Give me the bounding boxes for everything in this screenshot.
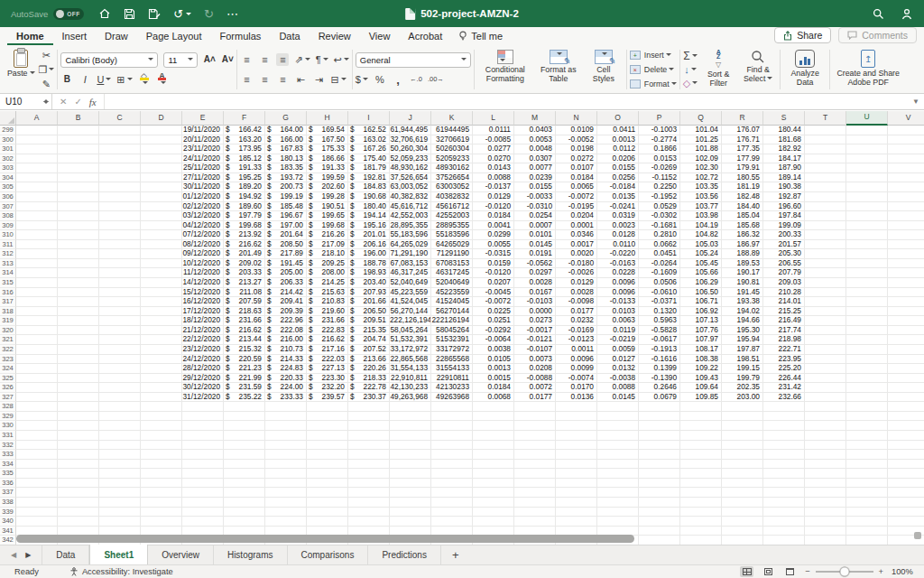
cell-K321[interactable]: 51532391 bbox=[431, 335, 473, 345]
save-as-icon[interactable] bbox=[148, 8, 161, 20]
cell-P305[interactable]: 0.2250 bbox=[639, 182, 680, 192]
cell-E316[interactable]: 15/12/2020 bbox=[182, 288, 224, 298]
cell-T303[interactable] bbox=[805, 163, 846, 173]
cell-C307[interactable] bbox=[99, 202, 141, 212]
cell-M322[interactable]: -0.0107 bbox=[514, 345, 556, 355]
cell-N314[interactable]: -0.0026 bbox=[556, 268, 597, 278]
cell-U310[interactable] bbox=[846, 230, 888, 240]
row-header-327[interactable]: 327 bbox=[0, 393, 16, 403]
cell-M329[interactable] bbox=[514, 412, 556, 422]
cell-M318[interactable]: 0.0000 bbox=[514, 307, 556, 317]
column-header-F[interactable]: F bbox=[224, 111, 265, 126]
cell-K330[interactable] bbox=[431, 421, 473, 431]
cell-Q328[interactable] bbox=[680, 402, 722, 412]
cell-D303[interactable] bbox=[141, 163, 182, 173]
cell-C310[interactable] bbox=[99, 230, 141, 240]
cell-R310[interactable]: 186.32 bbox=[722, 230, 763, 240]
cell-J307[interactable]: 45,616,712 bbox=[390, 202, 431, 212]
cell-H324[interactable]: $227.13 bbox=[307, 364, 348, 374]
column-header-T[interactable]: T bbox=[805, 111, 846, 126]
cell-M339[interactable] bbox=[514, 508, 556, 517]
select-all-corner[interactable] bbox=[0, 111, 16, 126]
cell-H320[interactable]: $222.83 bbox=[307, 326, 348, 336]
cell-N307[interactable]: -0.0195 bbox=[556, 202, 597, 212]
cell-H332[interactable] bbox=[307, 441, 348, 451]
cell-U313[interactable] bbox=[846, 259, 888, 269]
row-header-342[interactable]: 342 bbox=[0, 536, 16, 545]
cell-R335[interactable] bbox=[722, 469, 763, 479]
cell-O317[interactable]: -0.0133 bbox=[597, 297, 639, 307]
cell-P323[interactable]: -0.1616 bbox=[639, 355, 680, 365]
column-header-U[interactable]: U bbox=[846, 111, 888, 126]
cell-R322[interactable]: 197.87 bbox=[722, 345, 763, 355]
cell-B312[interactable] bbox=[58, 249, 99, 259]
cell-H309[interactable]: $199.68 bbox=[307, 221, 348, 231]
percent-style-button[interactable]: % bbox=[374, 73, 386, 86]
cell-H301[interactable]: $175.33 bbox=[307, 144, 348, 154]
cell-E338[interactable] bbox=[182, 498, 224, 508]
enter-icon[interactable]: ✓ bbox=[74, 97, 81, 107]
cell-I311[interactable]: $206.16 bbox=[348, 240, 390, 250]
cell-V332[interactable] bbox=[888, 441, 924, 451]
cell-B318[interactable] bbox=[58, 307, 99, 317]
shrink-font-button[interactable]: A˅ bbox=[221, 53, 234, 66]
cell-B301[interactable] bbox=[58, 144, 99, 154]
cell-M304[interactable]: 0.0239 bbox=[514, 173, 556, 183]
cell-M323[interactable]: 0.0073 bbox=[514, 355, 556, 365]
row-header-299[interactable]: 299 bbox=[0, 126, 16, 135]
cell-A308[interactable] bbox=[16, 211, 58, 221]
cell-V326[interactable] bbox=[888, 383, 924, 393]
cell-C306[interactable] bbox=[99, 192, 141, 202]
decrease-decimal-button[interactable]: .00→ bbox=[428, 73, 444, 86]
cell-U304[interactable] bbox=[846, 173, 888, 183]
cell-B338[interactable] bbox=[58, 498, 99, 508]
cell-R308[interactable]: 185.04 bbox=[722, 211, 763, 221]
cell-H328[interactable] bbox=[307, 402, 348, 412]
cell-P325[interactable]: -0.1390 bbox=[639, 374, 680, 384]
cell-L308[interactable]: 0.0184 bbox=[473, 211, 514, 221]
cell-M311[interactable]: 0.0145 bbox=[514, 240, 556, 250]
cell-L324[interactable]: 0.0013 bbox=[473, 364, 514, 374]
cell-Q317[interactable]: 106.71 bbox=[680, 297, 722, 307]
cell-I338[interactable] bbox=[348, 498, 390, 508]
clear-button[interactable]: ◇ bbox=[683, 77, 698, 89]
cell-B317[interactable] bbox=[58, 297, 99, 307]
cell-E305[interactable]: 30/11/2020 bbox=[182, 182, 224, 192]
cell-B310[interactable] bbox=[58, 230, 99, 240]
cell-C331[interactable] bbox=[99, 431, 141, 441]
cell-B322[interactable] bbox=[58, 345, 99, 355]
cell-L325[interactable]: 0.0015 bbox=[473, 374, 514, 384]
cell-S311[interactable]: 201.57 bbox=[763, 240, 805, 250]
cell-E309[interactable]: 04/12/2020 bbox=[182, 221, 224, 231]
cell-L315[interactable]: 0.0207 bbox=[473, 278, 514, 288]
cell-L322[interactable]: 0.0038 bbox=[473, 345, 514, 355]
cell-D317[interactable] bbox=[141, 297, 182, 307]
cell-G328[interactable] bbox=[265, 402, 307, 412]
cell-R306[interactable]: 182.48 bbox=[722, 192, 763, 202]
cell-G316[interactable]: $214.42 bbox=[265, 288, 307, 298]
cell-S327[interactable]: 232.66 bbox=[763, 393, 805, 403]
cell-P338[interactable] bbox=[639, 498, 680, 508]
cell-R315[interactable]: 190.81 bbox=[722, 278, 763, 288]
sheet-tab-data[interactable]: Data bbox=[42, 545, 89, 564]
cell-L332[interactable] bbox=[473, 441, 514, 451]
cell-L299[interactable]: 0.0111 bbox=[473, 126, 514, 135]
cell-N311[interactable]: 0.0017 bbox=[556, 240, 597, 250]
cell-L320[interactable]: -0.0292 bbox=[473, 326, 514, 336]
cell-R323[interactable]: 198.51 bbox=[722, 355, 763, 365]
cell-T319[interactable] bbox=[805, 316, 846, 326]
menu-tab-insert[interactable]: Insert bbox=[53, 28, 97, 45]
cell-T332[interactable] bbox=[805, 441, 846, 451]
cell-T325[interactable] bbox=[805, 374, 846, 384]
cell-U330[interactable] bbox=[846, 421, 888, 431]
cell-F339[interactable] bbox=[224, 508, 265, 517]
cell-O300[interactable]: 0.0013 bbox=[597, 135, 639, 145]
cell-P320[interactable]: -0.5828 bbox=[639, 326, 680, 336]
cell-U339[interactable] bbox=[846, 508, 888, 517]
cell-J309[interactable]: 28,895,355 bbox=[390, 221, 431, 231]
cell-G319[interactable]: $222.96 bbox=[265, 316, 307, 326]
cell-N303[interactable]: 0.0107 bbox=[556, 163, 597, 173]
cell-H321[interactable]: $216.62 bbox=[307, 335, 348, 345]
cell-I336[interactable] bbox=[348, 479, 390, 489]
adobe-pdf-button[interactable]: ↥ Create and Share Adobe PDF bbox=[833, 48, 903, 91]
